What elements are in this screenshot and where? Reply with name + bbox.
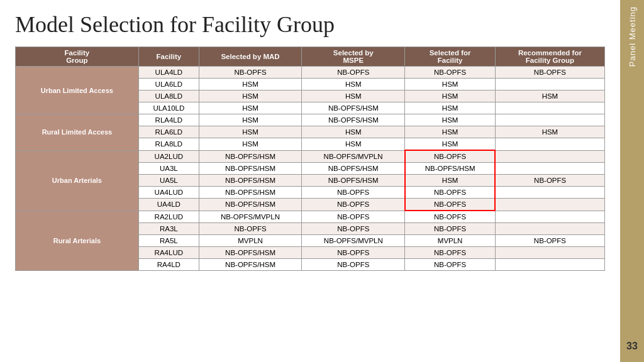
group-name-cell: Urban Arterials — [16, 150, 139, 211]
facility-cell: UA4LUD — [138, 187, 199, 199]
mspe-cell: NB-OPFS/HSM — [302, 102, 405, 114]
mad-cell: NB-OPFS/HSM — [199, 247, 301, 259]
recommended-cell: NB-OPFS — [495, 175, 604, 187]
mad-cell: HSM — [199, 114, 301, 126]
group-name-cell: Rural Arterials — [16, 211, 139, 271]
mspe-cell: NB-OPFS — [302, 187, 405, 199]
recommended-cell: NB-OPFS — [495, 67, 604, 79]
mspe-cell: HSM — [302, 126, 405, 138]
mspe-cell: NB-OPFS — [302, 259, 405, 271]
recommended-cell — [495, 138, 604, 151]
sel-facility-cell: NB-OPFS — [405, 247, 495, 259]
mad-cell: NB-OPFS/HSM — [199, 187, 301, 199]
mspe-cell: NB-OPFS — [302, 211, 405, 223]
mspe-cell: NB-OPFS — [302, 223, 405, 235]
mad-cell: MVPLN — [199, 235, 301, 247]
header-selected-mspe: Selected byMSPE — [302, 47, 405, 67]
recommended-cell: HSM — [495, 126, 604, 138]
facility-cell: ULA6LD — [138, 79, 199, 90]
header-selected-facility: Selected forFacility — [405, 47, 495, 67]
facility-table: FacilityGroup Facility Selected by MAD S… — [15, 47, 605, 271]
recommended-cell — [495, 150, 604, 163]
sel-facility-cell: HSM — [405, 126, 495, 138]
mspe-cell: NB-OPFS — [302, 199, 405, 211]
mspe-cell: NB-OPFS — [302, 247, 405, 259]
mspe-cell: HSM — [302, 79, 405, 90]
mad-cell: HSM — [199, 90, 301, 102]
mspe-cell: NB-OPFS/MVPLN — [302, 150, 405, 163]
recommended-cell — [495, 247, 604, 259]
recommended-cell — [495, 211, 604, 223]
main-content: Model Selection for Facility Group Facil… — [0, 0, 620, 362]
mspe-cell: NB-OPFS/HSM — [302, 175, 405, 187]
sel-facility-cell: HSM — [405, 90, 495, 102]
mad-cell: HSM — [199, 102, 301, 114]
recommended-cell: HSM — [495, 90, 604, 102]
facility-cell: RA2LUD — [138, 211, 199, 223]
recommended-cell — [495, 199, 604, 211]
sel-facility-cell: NB-OPFS — [405, 67, 495, 79]
mad-cell: NB-OPFS — [199, 223, 301, 235]
header-recommended: Recommended forFacility Group — [495, 47, 604, 67]
table-row: Rural Limited AccessRLA4LDHSMNB-OPFS/HSM… — [16, 114, 605, 126]
sel-facility-cell: NB-OPFS — [405, 211, 495, 223]
mad-cell: NB-OPFS — [199, 67, 301, 79]
sel-facility-cell: HSM — [405, 138, 495, 151]
facility-cell: ULA4LD — [138, 67, 199, 79]
mspe-cell: HSM — [302, 138, 405, 151]
header-facility-group: FacilityGroup — [16, 47, 139, 67]
sel-facility-cell: NB-OPFS — [405, 223, 495, 235]
table-row: Rural ArterialsRA2LUDNB-OPFS/MVPLNNB-OPF… — [16, 211, 605, 223]
facility-cell: RLA8LD — [138, 138, 199, 151]
sel-facility-cell: HSM — [405, 175, 495, 187]
header-facility: Facility — [138, 47, 199, 67]
facility-cell: ULA8LD — [138, 90, 199, 102]
facility-cell: RLA4LD — [138, 114, 199, 126]
table-row: Urban Limited AccessULA4LDNB-OPFSNB-OPFS… — [16, 67, 605, 79]
facility-cell: RA4LD — [138, 259, 199, 271]
sel-facility-cell: NB-OPFS — [405, 187, 495, 199]
sel-facility-cell: NB-OPFS — [405, 259, 495, 271]
sel-facility-cell: HSM — [405, 102, 495, 114]
facility-cell: UA2LUD — [138, 150, 199, 163]
page-title: Model Selection for Facility Group — [15, 11, 605, 38]
recommended-cell — [495, 163, 604, 175]
mad-cell: NB-OPFS/HSM — [199, 150, 301, 163]
recommended-cell — [495, 114, 604, 126]
sel-facility-cell: HSM — [405, 114, 495, 126]
mspe-cell: NB-OPFS/HSM — [302, 163, 405, 175]
mad-cell: NB-OPFS/MVPLN — [199, 211, 301, 223]
mspe-cell: NB-OPFS — [302, 67, 405, 79]
sidebar: Panel Meeting 33 — [620, 0, 644, 362]
mad-cell: NB-OPFS/HSM — [199, 163, 301, 175]
sel-facility-cell: NB-OPFS — [405, 150, 495, 163]
facility-cell: UA4LD — [138, 199, 199, 211]
facility-cell: RA5L — [138, 235, 199, 247]
facility-cell: ULA10LD — [138, 102, 199, 114]
table-row: Urban ArterialsUA2LUDNB-OPFS/HSMNB-OPFS/… — [16, 150, 605, 163]
recommended-cell — [495, 102, 604, 114]
recommended-cell — [495, 259, 604, 271]
sel-facility-cell: NB-OPFS — [405, 199, 495, 211]
mad-cell: HSM — [199, 138, 301, 151]
facility-cell: UA3L — [138, 163, 199, 175]
mad-cell: NB-OPFS/HSM — [199, 259, 301, 271]
recommended-cell — [495, 79, 604, 90]
group-name-cell: Urban Limited Access — [16, 67, 139, 114]
mad-cell: HSM — [199, 79, 301, 90]
mspe-cell: NB-OPFS/HSM — [302, 114, 405, 126]
mspe-cell: NB-OPFS/MVPLN — [302, 235, 405, 247]
mad-cell: HSM — [199, 126, 301, 138]
facility-cell: RA3L — [138, 223, 199, 235]
sel-facility-cell: MVPLN — [405, 235, 495, 247]
facility-cell: UA5L — [138, 175, 199, 187]
sidebar-panel-label: Panel Meeting — [628, 6, 637, 69]
facility-cell: RA4LUD — [138, 247, 199, 259]
mad-cell: NB-OPFS/HSM — [199, 175, 301, 187]
recommended-cell: NB-OPFS — [495, 235, 604, 247]
sel-facility-cell: HSM — [405, 79, 495, 90]
recommended-cell — [495, 187, 604, 199]
page-number: 33 — [626, 341, 638, 352]
mad-cell: NB-OPFS/HSM — [199, 199, 301, 211]
group-name-cell: Rural Limited Access — [16, 114, 139, 151]
